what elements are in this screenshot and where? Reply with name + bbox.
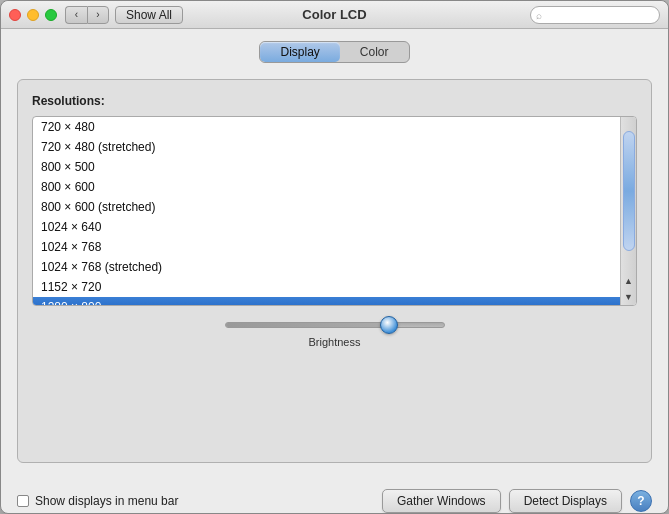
list-item[interactable]: 800 × 600 (stretched): [33, 197, 620, 217]
nav-back-button[interactable]: ‹: [65, 6, 87, 24]
brightness-area: Brightness: [32, 322, 637, 348]
show-displays-checkbox[interactable]: [17, 495, 29, 507]
scroll-up-arrow[interactable]: ▲: [621, 273, 637, 289]
list-item[interactable]: 1024 × 768 (stretched): [33, 257, 620, 277]
window-title: Color LCD: [302, 7, 366, 22]
search-box: ⌕: [530, 6, 660, 24]
minimize-button[interactable]: [27, 9, 39, 21]
nav-forward-button[interactable]: ›: [87, 6, 109, 24]
bottom-bar: Show displays in menu bar Gather Windows…: [1, 479, 668, 513]
gather-windows-button[interactable]: Gather Windows: [382, 489, 501, 513]
title-bar: ‹ › Show All Color LCD ⌕: [1, 1, 668, 29]
close-button[interactable]: [9, 9, 21, 21]
resolution-list: 720 × 480 720 × 480 (stretched) 800 × 50…: [33, 117, 620, 305]
list-item[interactable]: 1152 × 720: [33, 277, 620, 297]
tab-color[interactable]: Color: [340, 42, 409, 62]
list-item[interactable]: 1024 × 768: [33, 237, 620, 257]
brightness-slider-thumb[interactable]: [380, 316, 398, 334]
scroll-thumb[interactable]: [623, 131, 635, 251]
content-area: Display Color Resolutions: 720 × 480 720…: [1, 29, 668, 479]
list-item[interactable]: 1024 × 640: [33, 217, 620, 237]
list-item[interactable]: 800 × 500: [33, 157, 620, 177]
list-item[interactable]: 720 × 480 (stretched): [33, 137, 620, 157]
maximize-button[interactable]: [45, 9, 57, 21]
brightness-slider-fill: [226, 323, 390, 327]
show-displays-label: Show displays in menu bar: [35, 494, 178, 508]
scrollbar[interactable]: ▲ ▼: [620, 117, 636, 305]
display-panel: Resolutions: 720 × 480 720 × 480 (stretc…: [17, 79, 652, 463]
tab-display[interactable]: Display: [260, 42, 339, 62]
show-all-button[interactable]: Show All: [115, 6, 183, 24]
brightness-label: Brightness: [309, 336, 361, 348]
list-item[interactable]: 800 × 600: [33, 177, 620, 197]
resolution-list-container: 720 × 480 720 × 480 (stretched) 800 × 50…: [32, 116, 637, 306]
nav-buttons: ‹ ›: [65, 6, 109, 24]
help-button[interactable]: ?: [630, 490, 652, 512]
brightness-slider-track[interactable]: [225, 322, 445, 328]
show-displays-checkbox-label[interactable]: Show displays in menu bar: [17, 494, 178, 508]
tab-group: Display Color: [259, 41, 409, 63]
tab-bar: Display Color: [17, 41, 652, 63]
detect-displays-button[interactable]: Detect Displays: [509, 489, 622, 513]
main-window: ‹ › Show All Color LCD ⌕ Display Color R…: [0, 0, 669, 514]
search-input[interactable]: [530, 6, 660, 24]
traffic-lights: [9, 9, 57, 21]
search-icon: ⌕: [536, 9, 542, 20]
resolutions-label: Resolutions:: [32, 94, 637, 108]
bottom-buttons: Gather Windows Detect Displays ?: [382, 489, 652, 513]
list-item[interactable]: 720 × 480: [33, 117, 620, 137]
list-item-selected[interactable]: 1280 × 800: [33, 297, 620, 305]
scroll-down-arrow[interactable]: ▼: [621, 289, 637, 305]
